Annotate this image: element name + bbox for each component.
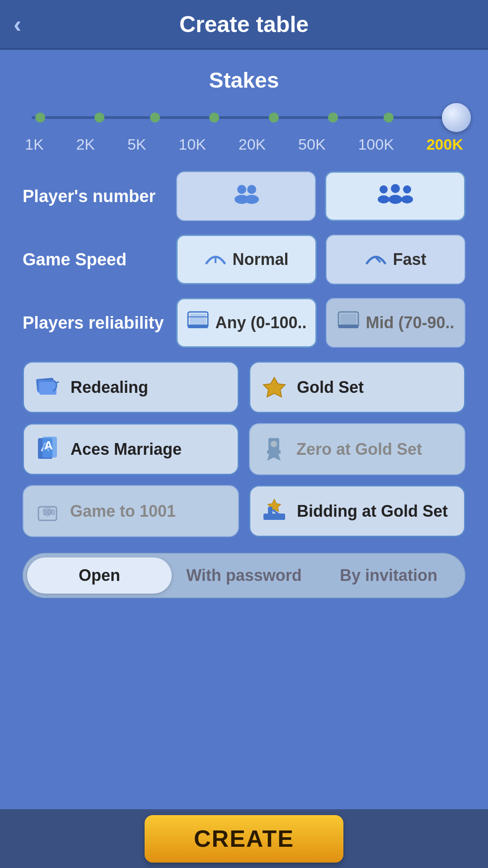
svg-point-6 xyxy=(391,184,400,193)
slider-stop-100k xyxy=(384,113,394,123)
normal-speed-button[interactable]: Normal xyxy=(176,235,317,284)
svg-rect-18 xyxy=(338,325,358,328)
slider-stop-5k xyxy=(150,113,160,123)
stake-20k: 20K xyxy=(239,136,266,153)
invitation-access-button[interactable]: By invitation xyxy=(316,557,461,594)
players-number-buttons xyxy=(176,171,465,221)
stake-1k: 1K xyxy=(25,136,44,153)
game-speed-buttons: Normal Fast xyxy=(176,235,465,284)
game-speed-row: Game Speed Normal Fast xyxy=(23,235,465,284)
zero-at-gold-set-label: Zero at Gold Set xyxy=(296,440,422,459)
game-to-1001-label: Game to 1001 xyxy=(70,502,176,521)
svg-rect-21 xyxy=(39,382,56,395)
mid-reliability-button[interactable]: Mid (70-90.. xyxy=(326,298,465,348)
fast-speed-label: Fast xyxy=(393,250,426,269)
svg-text:A: A xyxy=(44,439,53,452)
zero-at-gold-set-icon xyxy=(259,434,288,464)
svg-rect-32 xyxy=(263,514,285,520)
stake-100k: 100K xyxy=(358,136,394,153)
slider-stop-10k xyxy=(209,113,219,123)
redealing-label: Redealing xyxy=(70,378,148,397)
slider-stop-20k xyxy=(269,113,279,123)
invitation-access-label: By invitation xyxy=(340,566,437,585)
gold-set-button[interactable]: Gold Set xyxy=(249,361,465,413)
two-players-button[interactable] xyxy=(176,171,316,221)
players-reliability-label: Players reliability xyxy=(23,313,176,333)
slider-thumb[interactable] xyxy=(442,103,471,132)
mid-reliability-icon xyxy=(337,310,360,336)
svg-rect-14 xyxy=(188,325,208,328)
svg-marker-22 xyxy=(263,377,285,397)
game-to-1001-button[interactable]: 100 Game to 1001 xyxy=(23,485,239,537)
stake-200k: 200K xyxy=(427,136,463,153)
bidding-at-gold-set-button[interactable]: Bidding at Gold Set xyxy=(249,485,465,537)
any-reliability-button[interactable]: Any (0-100.. xyxy=(176,298,317,348)
gold-set-label: Gold Set xyxy=(297,378,364,397)
normal-speed-label: Normal xyxy=(232,250,288,269)
header: ‹ Create table xyxy=(0,0,488,50)
svg-point-5 xyxy=(378,195,389,203)
open-access-label: Open xyxy=(79,566,120,585)
back-button[interactable]: ‹ xyxy=(14,11,21,38)
players-number-row: Player's number xyxy=(23,171,465,221)
svg-point-3 xyxy=(244,195,259,204)
game-to-1001-icon: 100 xyxy=(33,496,62,526)
game-speed-label: Game Speed xyxy=(23,250,176,269)
svg-point-9 xyxy=(401,195,413,203)
svg-point-29 xyxy=(271,441,277,447)
stake-5k: 5K xyxy=(127,136,146,153)
redealing-button[interactable]: Redealing xyxy=(23,361,239,413)
any-reliability-label: Any (0-100.. xyxy=(215,313,306,332)
svg-rect-28 xyxy=(267,450,281,454)
players-reliability-buttons: Any (0-100.. Mid (70-90.. xyxy=(176,298,465,348)
open-access-button[interactable]: Open xyxy=(27,557,172,594)
password-access-button[interactable]: With password xyxy=(172,557,316,594)
aces-marriage-label: Aces Marriage xyxy=(70,440,182,459)
bidding-at-gold-set-icon xyxy=(259,496,289,526)
password-access-label: With password xyxy=(186,566,302,585)
slider-labels: 1K 2K 5K 10K 20K 50K 100K 200K xyxy=(23,136,465,153)
slider-stop-50k xyxy=(328,113,338,123)
stake-2k: 2K xyxy=(76,136,95,153)
aces-marriage-icon: A A xyxy=(33,434,62,464)
create-button[interactable]: CREATE xyxy=(145,815,343,863)
svg-point-0 xyxy=(237,185,246,194)
fast-speed-icon xyxy=(365,250,387,270)
stakes-slider[interactable] xyxy=(23,106,465,129)
fast-speed-button[interactable]: Fast xyxy=(326,235,465,284)
slider-stop-2k xyxy=(94,113,104,123)
svg-point-2 xyxy=(247,185,256,194)
svg-point-7 xyxy=(389,195,402,204)
three-players-icon xyxy=(377,183,413,209)
access-selector: Open With password By invitation xyxy=(23,553,465,598)
any-reliability-icon xyxy=(186,310,210,336)
slider-stop-1k xyxy=(35,113,45,123)
main-content: Stakes 1K 2K 5K 10K 20K 50K 100K 200K Pl… xyxy=(0,50,488,818)
two-players-icon xyxy=(233,183,260,209)
zero-at-gold-set-button[interactable]: Zero at Gold Set xyxy=(249,423,465,475)
stake-10k: 10K xyxy=(178,136,206,153)
bidding-at-gold-set-label: Bidding at Gold Set xyxy=(297,502,448,521)
page-title: Create table xyxy=(179,11,309,38)
aces-marriage-button[interactable]: A A Aces Marriage xyxy=(23,423,239,475)
svg-rect-34 xyxy=(268,507,272,514)
redealing-icon xyxy=(33,373,62,402)
svg-rect-13 xyxy=(190,314,206,325)
stakes-title: Stakes xyxy=(23,68,465,93)
svg-text:100: 100 xyxy=(43,509,55,516)
players-reliability-row: Players reliability Any (0-100.. xyxy=(23,298,465,348)
stake-50k: 50K xyxy=(298,136,326,153)
gold-set-icon xyxy=(259,373,289,402)
normal-speed-icon xyxy=(204,250,227,270)
game-options-grid: Redealing Gold Set A A Aces Marriage xyxy=(23,361,465,537)
svg-rect-17 xyxy=(340,314,357,325)
three-players-button[interactable] xyxy=(325,171,465,221)
svg-point-8 xyxy=(403,185,411,193)
mid-reliability-label: Mid (70-90.. xyxy=(366,313,454,332)
svg-point-4 xyxy=(380,185,388,193)
players-number-label: Player's number xyxy=(23,187,176,206)
bottom-bar: CREATE xyxy=(0,809,488,868)
